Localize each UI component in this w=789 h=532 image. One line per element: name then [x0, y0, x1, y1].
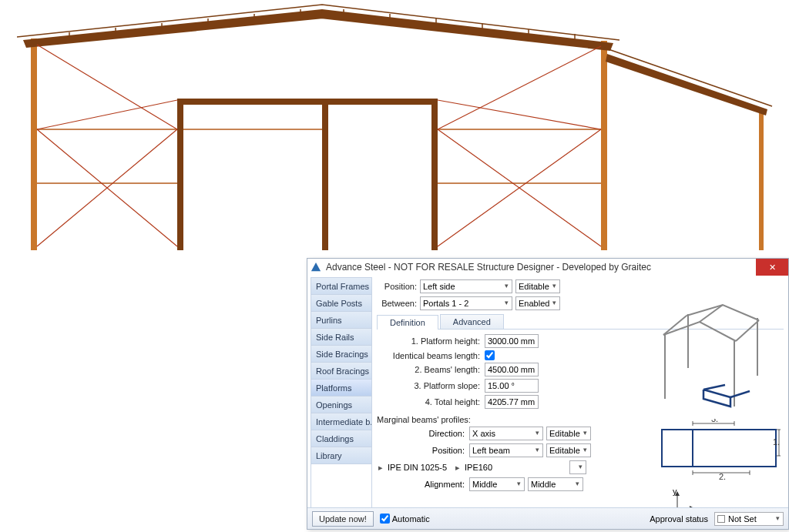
- svg-rect-0: [31, 38, 37, 250]
- sidebar-item-side-rails[interactable]: Side Rails: [311, 329, 371, 346]
- direction-combo[interactable]: X axis▾: [469, 427, 543, 440]
- svg-rect-4: [601, 41, 607, 250]
- m-position-mode-combo[interactable]: Editable▾: [546, 443, 591, 457]
- window-title: Advance Steel - NOT FOR RESALE Structure…: [326, 262, 756, 273]
- update-now-button[interactable]: Update now!: [312, 511, 374, 527]
- between-mode-combo[interactable]: Enabled▾: [515, 296, 560, 310]
- svg-text:3.: 3.: [711, 419, 718, 423]
- dialog-footer: Update now! Automatic Approval status No…: [307, 507, 788, 529]
- svg-text:1.: 1.: [773, 437, 780, 447]
- position-label: Position:: [377, 282, 420, 291]
- svg-marker-7: [321, 9, 613, 51]
- m-position-combo[interactable]: Left beam▾: [469, 443, 543, 457]
- sidebar-item-side-bracings[interactable]: Side Bracings: [311, 346, 371, 363]
- sidebar-item-claddings[interactable]: Claddings: [311, 430, 371, 447]
- profile-name[interactable]: IPE160: [462, 463, 569, 472]
- approval-status-swatch-icon: [717, 515, 725, 523]
- platform-slope-input[interactable]: 15.00 °: [485, 379, 539, 393]
- chevron-down-icon: ▾: [776, 514, 780, 522]
- position-combo[interactable]: Left side▾: [420, 279, 512, 293]
- titlebar: Advance Steel - NOT FOR RESALE Structure…: [307, 259, 788, 276]
- automatic-checkbox-wrapper[interactable]: Automatic: [380, 514, 430, 524]
- platform-height-input[interactable]: 3000.00 mm: [485, 334, 539, 348]
- sidebar-item-openings[interactable]: Openings: [311, 396, 371, 413]
- svg-rect-2: [322, 99, 328, 250]
- svg-line-17: [37, 100, 177, 129]
- chevron-down-icon: ▾: [576, 480, 579, 487]
- tab-advanced[interactable]: Advanced: [440, 314, 504, 329]
- svg-text:y: y: [673, 490, 677, 496]
- svg-rect-10: [179, 99, 433, 105]
- chevron-down-icon: ▾: [505, 282, 509, 289]
- chevron-down-icon: ▾: [579, 463, 583, 470]
- total-height-label: 4. Total height:: [377, 397, 485, 407]
- sidebar-item-gable-posts[interactable]: Gable Posts: [311, 295, 371, 312]
- between-label: Between:: [377, 299, 420, 308]
- preview-3d: [657, 299, 781, 414]
- svg-line-45: [730, 391, 750, 397]
- category-sidebar: Portal Frames Gable Posts Purlins Side R…: [311, 277, 372, 527]
- platform-height-label: 1. Platform height:: [377, 336, 485, 346]
- approval-status-label: Approval status: [650, 514, 708, 524]
- tab-definition[interactable]: Definition: [377, 315, 438, 330]
- total-height-input[interactable]: 4205.77 mm: [485, 395, 539, 409]
- svg-line-16: [37, 45, 177, 129]
- svg-rect-5: [759, 112, 764, 250]
- svg-line-21: [438, 46, 601, 129]
- chevron-down-icon: ▾: [505, 299, 509, 306]
- svg-line-20: [438, 100, 601, 129]
- chevron-down-icon: ▾: [552, 282, 556, 289]
- profile-name-nav-icon[interactable]: ▸: [454, 463, 462, 473]
- platform-slope-label: 3. Platform slope:: [377, 381, 485, 390]
- identical-beams-checkbox[interactable]: [485, 350, 495, 360]
- close-button[interactable]: ✕: [756, 259, 788, 276]
- sidebar-item-platforms[interactable]: Platforms: [311, 380, 371, 396]
- chevron-down-icon: ▾: [583, 429, 587, 437]
- position-mode-combo[interactable]: Editable▾: [515, 279, 560, 293]
- chevron-down-icon: ▾: [552, 299, 556, 306]
- svg-line-9: [604, 48, 772, 106]
- sidebar-item-roof-bracings[interactable]: Roof Bracings: [311, 363, 371, 380]
- approval-status-combo[interactable]: Not Set ▾: [714, 512, 784, 526]
- alignment-combo-2[interactable]: Middle▾: [528, 477, 583, 491]
- svg-rect-46: [662, 430, 776, 467]
- svg-marker-36: [311, 263, 321, 271]
- alignment-label: Alignment:: [377, 480, 469, 489]
- svg-rect-3: [431, 99, 438, 250]
- direction-mode-combo[interactable]: Editable▾: [546, 427, 591, 440]
- automatic-label: Automatic: [392, 514, 430, 524]
- sidebar-item-portal-frames[interactable]: Portal Frames: [311, 278, 371, 295]
- svg-line-44: [703, 385, 725, 390]
- sidebar-item-purlins[interactable]: Purlins: [311, 312, 371, 329]
- chevron-down-icon: ▾: [583, 446, 587, 453]
- profile-standard[interactable]: IPE DIN 1025-5: [384, 463, 454, 472]
- close-icon: ✕: [769, 263, 776, 272]
- structure-designer-dialog: Advance Steel - NOT FOR RESALE Structure…: [307, 258, 789, 530]
- alignment-combo-1[interactable]: Middle▾: [469, 477, 525, 491]
- between-combo[interactable]: Portals 1 - 2▾: [420, 296, 512, 310]
- svg-rect-1: [177, 99, 183, 250]
- beams-length-input[interactable]: 4500.00 mm: [485, 363, 539, 376]
- form-area: Position: Left side▾ Editable▾ Between: …: [372, 276, 788, 529]
- svg-line-43: [736, 320, 759, 341]
- svg-line-41: [663, 316, 687, 335]
- profile-dropdown[interactable]: ▾: [569, 460, 586, 474]
- direction-label: Direction:: [377, 429, 469, 438]
- chevron-down-icon: ▾: [517, 480, 521, 487]
- profile-std-nav-icon[interactable]: ▸: [377, 463, 384, 473]
- automatic-checkbox[interactable]: [380, 514, 390, 524]
- m-position-label: Position:: [377, 446, 469, 455]
- structure-canvas: [0, 0, 789, 254]
- chevron-down-icon: ▾: [536, 429, 539, 437]
- app-icon: [311, 262, 321, 273]
- identical-beams-label: Identical beams length:: [377, 351, 485, 360]
- sidebar-item-intermediate[interactable]: Intermediate b...: [311, 413, 371, 430]
- svg-text:2.: 2.: [719, 472, 726, 480]
- chevron-down-icon: ▾: [536, 446, 539, 453]
- beams-length-label: 2. Beams' length:: [377, 365, 485, 374]
- svg-marker-6: [23, 9, 324, 48]
- preview-2d: 3. 1. 2.: [657, 419, 781, 480]
- sidebar-item-library[interactable]: Library: [311, 447, 371, 464]
- svg-marker-8: [606, 54, 767, 115]
- svg-line-42: [700, 305, 723, 322]
